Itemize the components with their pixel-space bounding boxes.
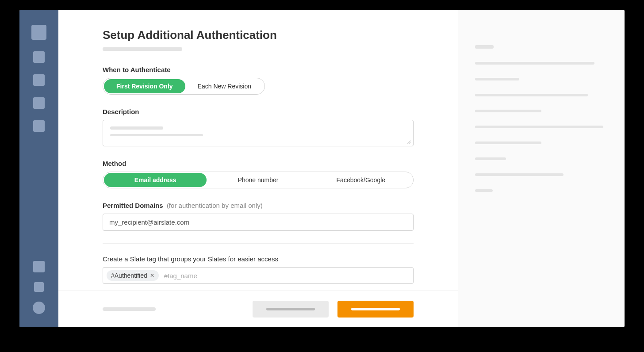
right-skel-7 [475,142,541,144]
footer-primary-label [351,308,400,310]
description-placeholder-line1 [110,126,163,130]
tags-input-box[interactable]: #Authentified ✕ #tag_name [103,267,414,284]
footer-primary-button[interactable] [337,301,414,318]
divider [103,243,414,244]
right-skel-3 [475,78,519,80]
main-panel: Setup Additional Authentication When to … [58,10,458,327]
sidebar-item-1-icon[interactable] [31,25,46,40]
tag-input-placeholder: #tag_name [164,272,410,279]
right-skel-1 [475,45,494,49]
description-label: Description [103,108,414,115]
method-option-email[interactable]: Email address [104,173,207,187]
sidebar-item-6-icon[interactable] [33,261,45,272]
method-option-phone[interactable]: Phone number [207,173,309,187]
sidebar-item-2-icon[interactable] [33,51,45,63]
when-toggle-group: First Revision Only Each New Revision [103,78,265,95]
domains-label: Permitted Domains (for authentication by… [103,202,414,209]
sidebar-item-3-icon[interactable] [33,74,45,86]
when-label: When to Authenticate [103,66,414,73]
main-content: Setup Additional Authentication When to … [58,10,458,291]
footer [58,291,458,327]
footer-secondary-label [266,308,315,310]
sidebar-avatar-icon[interactable] [33,302,45,314]
right-skel-4 [475,94,588,96]
right-skel-9 [475,173,564,176]
description-placeholder-line2 [110,134,203,136]
sidebar-item-5-icon[interactable] [33,120,45,132]
subtitle-placeholder [103,47,182,51]
tag-chip-label: #Authentified [111,272,147,279]
domains-label-hint: (for authentication by email only) [167,202,263,209]
domains-label-text: Permitted Domains [103,202,163,209]
method-toggle-group: Email address Phone number Facebook/Goog… [103,172,414,188]
when-option-each[interactable]: Each New Revision [185,79,264,93]
footer-left-placeholder [103,307,156,311]
sidebar-item-4-icon[interactable] [33,97,45,109]
right-skel-6 [475,126,603,128]
right-skel-2 [475,62,594,65]
sidebar-top-nav [31,25,46,132]
tag-remove-icon[interactable]: ✕ [150,272,154,279]
right-skel-10 [475,189,493,192]
tags-label: Create a Slate tag that groups your Slat… [103,255,414,263]
footer-secondary-button[interactable] [253,301,329,318]
right-skel-5 [475,110,541,112]
right-skel-8 [475,157,506,160]
method-option-social[interactable]: Facebook/Google [310,173,412,187]
sidebar-bottom-nav [33,261,45,314]
sidebar [19,10,58,327]
when-option-first[interactable]: First Revision Only [104,79,185,93]
tag-chip: #Authentified ✕ [107,270,159,281]
page-title: Setup Additional Authentication [103,28,414,42]
right-panel [458,10,625,327]
sidebar-item-7-icon[interactable] [34,282,44,292]
domains-input[interactable] [103,214,414,231]
description-textarea[interactable] [103,120,414,146]
app-window: Setup Additional Authentication When to … [19,10,625,327]
method-label: Method [103,160,414,167]
resize-handle-icon[interactable] [407,140,411,144]
